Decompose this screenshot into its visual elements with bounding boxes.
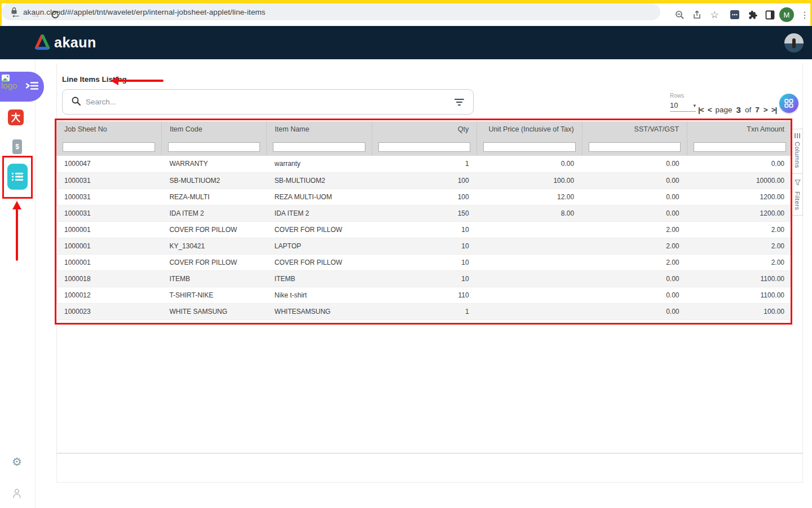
column-filter-input[interactable]	[694, 142, 786, 152]
funnel-icon	[795, 178, 801, 188]
table-row[interactable]: 1000031SB-MULTIUOM2SB-MULTIUOM2100100.00…	[56, 172, 792, 189]
user-avatar[interactable]	[784, 33, 804, 52]
filter-cell	[161, 137, 266, 156]
column-header[interactable]: Txn Amount	[687, 121, 792, 137]
table-cell: IDA ITEM 2	[267, 205, 372, 221]
table-row[interactable]: 1000001KY_130421LAPTOP102.002.00	[56, 238, 792, 254]
share-icon[interactable]	[690, 8, 704, 21]
last-page-button[interactable]: >|	[771, 106, 777, 114]
url-bar[interactable]: akaun.cloud/#/applet/tnt/wavelet/erp/int…	[2, 3, 660, 20]
filter-cell	[56, 137, 161, 156]
table-cell: 2.00	[687, 221, 792, 238]
search-input[interactable]	[86, 98, 454, 106]
table-cell: 0.00	[477, 156, 582, 172]
refresh-icon[interactable]	[48, 8, 62, 21]
table-cell: COVER FOR PILLOW	[267, 254, 372, 270]
table-cell: WARRANTY	[161, 156, 266, 172]
column-header[interactable]: SST/VAT/GST	[582, 121, 687, 137]
table-row[interactable]: 1000001COVER FOR PILLOWCOVER FOR PILLOW1…	[56, 254, 792, 270]
table-cell: REZA MULTI-UOM	[267, 189, 372, 205]
rows-label: Rows	[670, 93, 696, 99]
card-border-right	[802, 63, 803, 483]
table-row[interactable]: 1000012T-SHIRT-NIKENike t-shirt1100.0011…	[56, 287, 792, 303]
sidebar-applet-money-icon[interactable]: $	[12, 139, 22, 154]
column-filter-input[interactable]	[589, 142, 681, 152]
column-filter-input[interactable]	[378, 142, 470, 152]
browser-toolbar: ← → akaun.cloud/#/applet/tnt/wavelet/erp…	[2, 3, 810, 26]
table-cell: 1200.00	[687, 205, 792, 221]
bookmark-star-icon[interactable]: ☆	[708, 8, 721, 21]
first-page-button[interactable]: |<	[698, 106, 704, 114]
next-page-button[interactable]: >	[764, 106, 767, 114]
filter-list-icon[interactable]	[454, 99, 464, 106]
table-cell: 100.00	[687, 303, 792, 319]
settings-gear-icon[interactable]: ⚙	[10, 455, 24, 468]
table-cell: IDA ITEM 2	[161, 205, 266, 221]
column-filter-input[interactable]	[273, 142, 365, 152]
column-filter-input[interactable]	[63, 142, 155, 152]
table-cell: 100.00	[477, 172, 582, 189]
table-filter-row	[56, 137, 792, 156]
table-row[interactable]: 1000047WARRANTYwarranty10.000.000.00	[56, 156, 792, 172]
table-row[interactable]: 1000031REZA-MULTIREZA MULTI-UOM10012.000…	[56, 189, 792, 205]
line-items-table: Job Sheet NoItem CodeItem NameQtyUnit Pr…	[56, 121, 792, 320]
table-cell: 0.00	[582, 172, 687, 189]
column-header[interactable]: Item Name	[267, 121, 372, 137]
table-cell: 1000023	[56, 303, 161, 319]
table-cell	[477, 287, 582, 303]
column-header[interactable]: Qty	[372, 121, 476, 137]
sidebar	[0, 59, 36, 508]
forward-icon[interactable]: →	[29, 8, 42, 21]
table-cell: 10	[372, 270, 476, 287]
extensions-puzzle-icon[interactable]	[746, 8, 760, 21]
sidebar-applet-line-items-icon[interactable]	[7, 164, 28, 190]
logo-alt-text: logo	[1, 81, 17, 90]
table-row[interactable]: 1000018ITEMBITEMB100.001100.00	[56, 270, 792, 287]
table-cell: ITEMB	[161, 270, 266, 287]
grid-view-button[interactable]	[779, 94, 798, 113]
table-header-row: Job Sheet NoItem CodeItem NameQtyUnit Pr…	[56, 121, 792, 137]
pagination: |< < page 3 of 7 > >|	[698, 105, 776, 115]
table-cell: WHITESAMSUNG	[267, 303, 372, 319]
column-header[interactable]: Job Sheet No	[56, 121, 161, 137]
table-row[interactable]: 1000031IDA ITEM 2IDA ITEM 21508.000.0012…	[56, 205, 792, 221]
table-cell	[477, 270, 582, 287]
sidebar-applet-dayi-icon[interactable]	[8, 110, 24, 125]
table-cell: WHITE SAMSUNG	[161, 303, 266, 319]
table-cell: 150	[372, 205, 476, 221]
password-extension-icon[interactable]	[728, 8, 742, 21]
table-cell: 1000031	[56, 205, 161, 221]
filter-cell	[477, 137, 582, 156]
sidebar-logo-pill[interactable]: logo	[0, 72, 44, 102]
search-bar[interactable]	[62, 89, 474, 115]
akaun-logo[interactable]: akaun	[34, 33, 96, 51]
table-cell: ITEMB	[267, 270, 372, 287]
card-border-bottom	[56, 453, 803, 454]
table-row[interactable]: 1000001COVER FOR PILLOWCOVER FOR PILLOW1…	[56, 221, 792, 238]
column-header[interactable]: Item Code	[161, 121, 266, 137]
table-cell: warranty	[267, 156, 372, 172]
tab-filters[interactable]: Filters	[792, 174, 803, 216]
table-cell: COVER FOR PILLOW	[161, 221, 266, 238]
tab-columns[interactable]: Columns	[792, 129, 803, 174]
brand-text: akaun	[54, 34, 96, 51]
user-profile-icon[interactable]	[10, 487, 24, 500]
browser-profile-avatar[interactable]: M	[779, 7, 795, 23]
app-header: akaun	[0, 26, 812, 59]
table-cell: 0.00	[582, 303, 687, 319]
table-cell: 1	[372, 156, 476, 172]
back-icon[interactable]: ←	[9, 8, 23, 21]
column-filter-input[interactable]	[483, 142, 575, 152]
column-header[interactable]: Unit Price (Inclusive of Tax)	[477, 121, 582, 137]
column-filter-input[interactable]	[168, 142, 260, 152]
rows-per-page-select[interactable]: 10 ▾	[670, 101, 696, 112]
sidebar-collapse-icon[interactable]	[26, 81, 38, 93]
table-cell: 100	[372, 189, 476, 205]
table-cell: 2.00	[687, 238, 792, 254]
table-row[interactable]: 1000023WHITE SAMSUNGWHITESAMSUNG10.00100…	[56, 303, 792, 319]
zoom-out-icon[interactable]	[673, 8, 686, 21]
prev-page-button[interactable]: <	[708, 106, 712, 114]
side-panel-icon[interactable]	[763, 8, 776, 21]
browser-menu-icon[interactable]: ⋮	[798, 8, 811, 21]
current-page: 3	[736, 105, 741, 115]
